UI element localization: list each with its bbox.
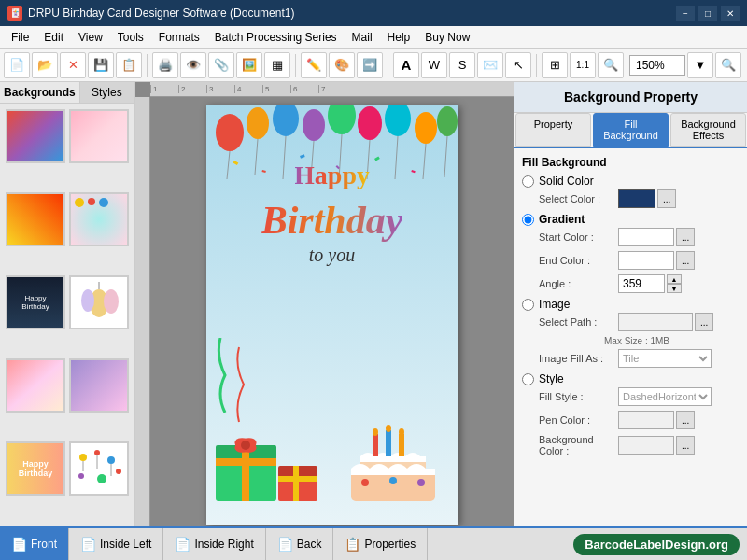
tb-shape[interactable]: S [449, 52, 475, 78]
tb-delete[interactable]: ✕ [60, 52, 86, 78]
menu-formats[interactable]: Formats [151, 28, 207, 47]
zoom-input[interactable]: 150% [629, 55, 685, 76]
menu-mail[interactable]: Mail [345, 28, 380, 47]
menu-tools[interactable]: Tools [110, 28, 151, 47]
bg-thumb-7[interactable] [6, 358, 65, 413]
svg-rect-51 [216, 458, 276, 466]
tb-print[interactable]: 🖨️ [152, 52, 178, 78]
tb-zoomout[interactable]: 🔍 [715, 52, 741, 78]
image-label[interactable]: Image [539, 298, 570, 311]
start-color-input[interactable] [618, 228, 674, 246]
menu-batch[interactable]: Batch Processing Series [207, 28, 345, 47]
tab-front[interactable]: 📄 Front [0, 528, 69, 560]
tab-background-effects[interactable]: Background Effects [670, 113, 746, 147]
tab-property[interactable]: Property [515, 113, 591, 147]
bg-thumb-2[interactable] [69, 109, 129, 163]
start-color-btn[interactable]: ... [676, 228, 695, 246]
tb-email[interactable]: ✉️ [477, 52, 503, 78]
fill-style-label: Fill Style : [539, 391, 618, 402]
tb-word[interactable]: W [421, 52, 447, 78]
card-inner: Happy Birthday to you [206, 105, 458, 525]
maximize-button[interactable]: □ [698, 6, 717, 21]
menu-edit[interactable]: Edit [36, 28, 71, 47]
tb-paste[interactable]: 📎 [208, 52, 234, 78]
fill-style-select[interactable]: DashedHorizontal Solid Dotted [618, 387, 712, 406]
tb-barcode[interactable]: ▦ [264, 52, 290, 78]
path-input[interactable] [618, 313, 693, 331]
tab-back[interactable]: 📄 Back [266, 528, 334, 560]
tb-saveas[interactable]: 📋 [116, 52, 142, 78]
tb-new[interactable]: 📄 [4, 52, 30, 78]
bg-thumb-9[interactable]: HappyBirthday [6, 441, 65, 496]
tb-open[interactable]: 📂 [32, 52, 58, 78]
bg-thumb-4[interactable] [69, 192, 129, 246]
tb-cursor[interactable]: ↖ [505, 52, 531, 78]
end-color-label: End Color : [539, 255, 618, 266]
bg-thumb-3[interactable] [6, 192, 65, 246]
style-label[interactable]: Style [539, 372, 564, 385]
gradient-label[interactable]: Gradient [539, 213, 585, 226]
tab-backgrounds[interactable]: Backgrounds [0, 82, 80, 103]
end-color-input[interactable] [618, 251, 674, 270]
bg-color-input[interactable] [618, 436, 674, 455]
tb-preview[interactable]: 👁️ [180, 52, 206, 78]
solid-color-radio[interactable] [522, 175, 534, 188]
tb-image[interactable]: 🖼️ [236, 52, 262, 78]
solid-color-box[interactable] [618, 189, 655, 208]
tab-inside-left[interactable]: 📄 Inside Left [69, 528, 163, 560]
tab-styles[interactable]: Styles [80, 82, 134, 103]
left-panel: Backgrounds Styles HappyBirthday [0, 82, 135, 526]
bg-thumb-8[interactable] [69, 358, 129, 413]
toolbar-sep3 [388, 54, 388, 77]
angle-up-btn[interactable]: ▲ [667, 274, 682, 284]
style-radio[interactable] [522, 373, 534, 385]
pen-color-input[interactable] [618, 411, 674, 429]
svg-point-27 [415, 112, 437, 144]
solid-color-label[interactable]: Solid Color [539, 175, 594, 188]
angle-input[interactable]: 359 [618, 274, 665, 293]
close-button[interactable]: ✕ [721, 6, 740, 21]
gradient-radio[interactable] [522, 214, 534, 226]
ruler-mark: 7 [318, 85, 346, 93]
angle-row: Angle : 359 ▲ ▼ [522, 274, 740, 293]
menu-view[interactable]: View [71, 28, 110, 47]
svg-point-5 [94, 450, 100, 455]
bg-thumb-5[interactable]: HappyBirthday [6, 275, 65, 329]
menu-buynow[interactable]: Buy Now [417, 28, 477, 47]
svg-line-16 [255, 139, 258, 175]
tab-properties[interactable]: 📋 Properties [333, 528, 428, 560]
tab-inside-right[interactable]: 📄 Inside Right [163, 528, 265, 560]
tb-grid[interactable]: ⊞ [542, 52, 568, 78]
bg-color-btn[interactable]: ... [676, 436, 695, 455]
bg-thumb-10[interactable] [69, 441, 129, 496]
menu-help[interactable]: Help [380, 28, 418, 47]
solid-color-btn[interactable]: ... [657, 189, 676, 208]
tb-ratio[interactable]: 1:1 [570, 52, 596, 78]
select-color-label: Select Color : [539, 193, 618, 204]
bg-thumb-6[interactable] [69, 275, 129, 329]
svg-point-7 [78, 473, 84, 479]
right-panel-title: Background Property [514, 82, 747, 113]
end-color-btn[interactable]: ... [676, 251, 695, 270]
minimize-button[interactable]: − [676, 6, 695, 21]
menu-file[interactable]: File [4, 28, 36, 47]
image-row: Image [522, 298, 740, 311]
tb-zoomin[interactable]: 🔍 [598, 52, 624, 78]
tb-paint[interactable]: 🎨 [329, 52, 355, 78]
tb-arrow[interactable]: ➡️ [357, 52, 383, 78]
pen-color-btn[interactable]: ... [676, 411, 695, 429]
image-radio[interactable] [522, 299, 534, 311]
card-canvas[interactable]: Happy Birthday to you [206, 105, 458, 525]
start-color-row: Start Color : ... [522, 228, 740, 246]
tab-fill-background[interactable]: Fill Background [593, 113, 669, 147]
zoom-dropdown[interactable]: ▼ [687, 52, 713, 78]
svg-point-46 [389, 477, 397, 484]
solid-color-row: Solid Color [522, 175, 740, 188]
tb-draw[interactable]: ✏️ [301, 52, 327, 78]
path-btn[interactable]: ... [695, 313, 713, 331]
tb-save[interactable]: 💾 [88, 52, 114, 78]
bg-thumb-1[interactable] [6, 109, 65, 163]
tb-text[interactable]: A [393, 52, 419, 78]
image-fill-select[interactable]: Tile Stretch Center [618, 349, 712, 368]
angle-down-btn[interactable]: ▼ [667, 284, 682, 293]
